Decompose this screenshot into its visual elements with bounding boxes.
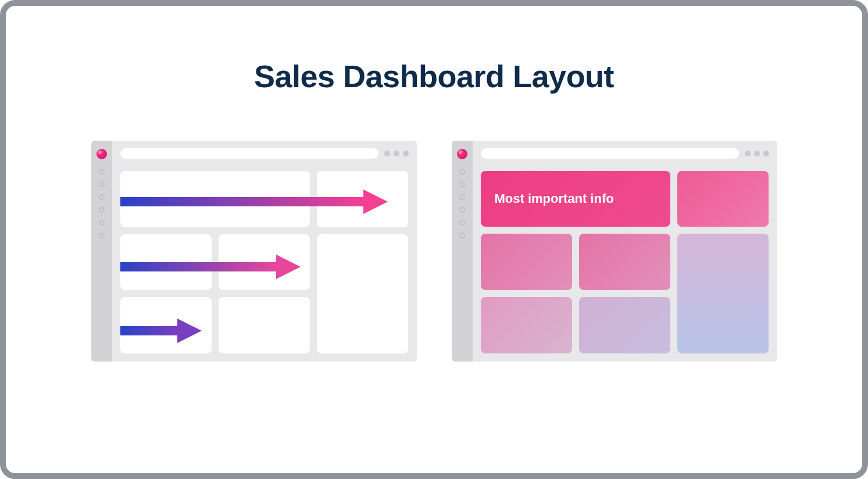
nav-dot-icon <box>99 194 105 200</box>
window-control-dot-icon <box>384 151 390 156</box>
nav-dot-icon <box>99 207 105 213</box>
window-control-dot-icon <box>763 151 769 156</box>
priority-panel <box>677 234 769 353</box>
page-title: Sales Dashboard Layout <box>254 58 614 94</box>
window-control-dot-icon <box>754 151 760 156</box>
priority-panel <box>579 297 670 353</box>
right-window-body: Most important info <box>473 141 777 362</box>
left-sidebar <box>91 141 112 362</box>
layout-cell <box>120 171 310 227</box>
window-control-dot-icon <box>403 151 409 156</box>
nav-dot-icon <box>99 233 105 238</box>
left-window-body <box>112 141 417 362</box>
nav-dot-icon <box>99 220 105 226</box>
layout-cell <box>219 297 310 353</box>
diagram-frame: Sales Dashboard Layout <box>0 0 868 479</box>
priority-panel <box>481 297 572 353</box>
nav-dot-icon <box>459 181 465 187</box>
window-controls <box>745 151 769 156</box>
right-sidebar <box>452 141 473 362</box>
layout-cell <box>317 234 408 353</box>
nav-dot-icon <box>459 169 465 174</box>
nav-dot-icon <box>459 207 465 213</box>
layout-cell <box>120 297 212 353</box>
address-bar <box>120 148 378 159</box>
nav-dot-icon <box>459 233 465 238</box>
address-bar <box>481 148 739 159</box>
right-content-grid: Most important info <box>473 166 777 362</box>
nav-dot-icon <box>459 194 465 200</box>
nav-dot-icon <box>99 181 105 187</box>
window-controls <box>384 151 409 156</box>
mockups-row: Most important info <box>41 141 827 362</box>
titlebar <box>473 141 777 166</box>
logo-icon <box>97 149 107 159</box>
left-window-mock <box>91 141 417 362</box>
nav-dot-icon <box>99 169 105 174</box>
priority-panel <box>579 234 670 290</box>
titlebar <box>112 141 417 166</box>
nav-dot-icon <box>459 220 465 226</box>
window-control-dot-icon <box>394 151 399 156</box>
layout-cell <box>317 171 408 227</box>
window-control-dot-icon <box>745 151 751 156</box>
left-content-grid <box>112 166 417 362</box>
layout-cell <box>120 234 212 291</box>
most-important-label: Most important info <box>481 171 671 227</box>
logo-icon <box>457 149 467 159</box>
priority-panel <box>481 234 572 290</box>
layout-cell <box>219 234 310 291</box>
priority-panel <box>677 171 769 227</box>
most-important-panel: Most important info <box>481 171 671 227</box>
right-window-mock: Most important info <box>452 141 777 362</box>
